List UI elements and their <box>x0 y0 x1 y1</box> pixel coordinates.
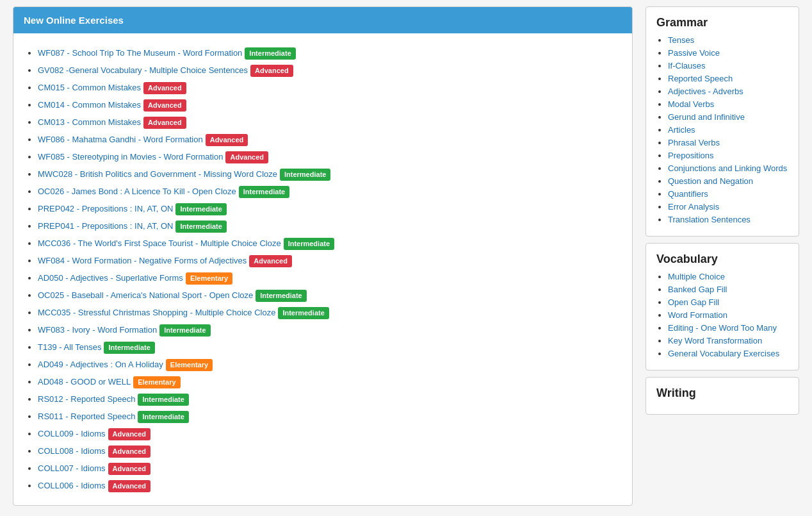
list-item: Tenses <box>668 35 788 45</box>
grammar-link[interactable]: Prepositions <box>668 151 714 160</box>
exercises-list: WF087 - School Trip To The Museum - Word… <box>26 46 626 492</box>
exercise-link[interactable]: OC026 - James Bond : A Licence To Kill -… <box>38 187 236 196</box>
writing-section: Writing <box>646 377 799 415</box>
vocabulary-link[interactable]: Editing - One Word Too Many <box>668 323 777 333</box>
level-badge: Advanced <box>143 99 186 112</box>
exercise-link[interactable]: COLL006 - Idioms <box>38 481 106 490</box>
grammar-list: TensesPassive VoiceIf-ClausesReported Sp… <box>656 35 788 224</box>
grammar-link[interactable]: Reported Speech <box>668 74 733 83</box>
sidebar: Grammar TensesPassive VoiceIf-ClausesRep… <box>646 6 799 506</box>
exercise-link[interactable]: PREP041 - Prepositions : IN, AT, ON <box>38 221 173 231</box>
exercise-link[interactable]: COLL008 - Idioms <box>38 446 106 456</box>
vocabulary-link[interactable]: Word Formation <box>668 310 727 320</box>
exercise-link[interactable]: CM013 - Common Mistakes <box>38 117 141 127</box>
exercise-link[interactable]: CM015 - Common Mistakes <box>38 83 141 92</box>
grammar-link[interactable]: Modal Verbs <box>668 99 714 109</box>
level-badge: Elementary <box>186 272 232 285</box>
list-item: OC026 - James Bond : A Licence To Kill -… <box>38 185 626 198</box>
exercise-link[interactable]: COLL007 - Idioms <box>38 463 106 473</box>
level-badge: Intermediate <box>280 169 330 181</box>
level-badge: Advanced <box>143 117 186 129</box>
list-item: Articles <box>668 124 788 135</box>
list-item: Reported Speech <box>668 73 788 83</box>
list-item: CM013 - Common MistakesAdvanced <box>38 115 626 129</box>
exercise-link[interactable]: MCC035 - Stressful Christmas Shopping - … <box>38 308 275 317</box>
list-item: If-Clauses <box>668 60 788 71</box>
level-badge: Intermediate <box>138 394 188 406</box>
vocabulary-list: Multiple ChoiceBanked Gap FillOpen Gap F… <box>656 271 788 358</box>
level-badge: Advanced <box>108 428 151 440</box>
grammar-section: Grammar TensesPassive VoiceIf-ClausesRep… <box>646 6 799 237</box>
grammar-link[interactable]: Question and Negation <box>668 176 753 186</box>
exercise-link[interactable]: WF084 - Word Formation - Negative Forms … <box>38 256 247 265</box>
grammar-title: Grammar <box>656 16 788 29</box>
list-item: Prepositions <box>668 150 788 160</box>
list-item: WF084 - Word Formation - Negative Forms … <box>38 254 626 267</box>
grammar-link[interactable]: If-Clauses <box>668 61 706 71</box>
vocabulary-link[interactable]: General Vocabulary Exercises <box>668 349 779 358</box>
exercise-link[interactable]: RS011 - Reported Speech <box>38 412 135 421</box>
level-badge: Intermediate <box>284 238 334 250</box>
grammar-link[interactable]: Translation Sentences <box>668 215 751 224</box>
grammar-link[interactable]: Adjectives - Adverbs <box>668 87 743 96</box>
grammar-link[interactable]: Tenses <box>668 35 694 45</box>
level-badge: Advanced <box>108 445 151 458</box>
exercise-link[interactable]: AD048 - GOOD or WELL <box>38 377 131 387</box>
grammar-link[interactable]: Articles <box>668 125 695 135</box>
list-item: WF083 - Ivory - Word FormationIntermedia… <box>38 323 626 337</box>
level-badge: Intermediate <box>175 203 226 215</box>
list-item: Editing - One Word Too Many <box>668 322 788 333</box>
list-item: MCC035 - Stressful Christmas Shopping - … <box>38 306 626 319</box>
grammar-link[interactable]: Passive Voice <box>668 48 720 58</box>
vocabulary-link[interactable]: Banked Gap Fill <box>668 285 727 294</box>
list-item: Error Analysis <box>668 201 788 212</box>
list-item: GV082 -General Vocabulary - Multiple Cho… <box>38 63 626 77</box>
exercise-link[interactable]: CM014 - Common Mistakes <box>38 100 141 110</box>
list-item: Conjunctions and Linking Words <box>668 163 788 173</box>
list-item: COLL007 - IdiomsAdvanced <box>38 462 626 475</box>
grammar-link[interactable]: Error Analysis <box>668 202 719 212</box>
list-item: General Vocabulary Exercises <box>668 348 788 358</box>
list-item: Word Formation <box>668 310 788 320</box>
grammar-link[interactable]: Gerund and Infinitive <box>668 112 745 122</box>
level-badge: Advanced <box>250 65 293 77</box>
list-item: Open Gap Fill <box>668 297 788 307</box>
exercise-link[interactable]: WF083 - Ivory - Word Formation <box>38 325 157 335</box>
grammar-link[interactable]: Quantifiers <box>668 189 708 199</box>
list-item: WF085 - Stereotyping in Movies - Word Fo… <box>38 150 626 163</box>
level-badge: Advanced <box>249 255 292 267</box>
exercise-link[interactable]: T139 - All Tenses <box>38 342 101 352</box>
exercise-link[interactable]: WF087 - School Trip To The Museum - Word… <box>38 48 242 58</box>
exercise-link[interactable]: PREP042 - Prepositions : IN, AT, ON <box>38 204 173 213</box>
writing-title: Writing <box>656 387 788 400</box>
exercises-body: WF087 - School Trip To The Museum - Word… <box>13 33 632 505</box>
vocabulary-link[interactable]: Multiple Choice <box>668 272 725 281</box>
level-badge: Advanced <box>206 134 248 146</box>
level-badge: Advanced <box>108 463 151 475</box>
exercise-link[interactable]: GV082 -General Vocabulary - Multiple Cho… <box>38 65 248 75</box>
exercise-link[interactable]: MCC036 - The World's First Space Tourist… <box>38 238 281 248</box>
list-item: WF087 - School Trip To The Museum - Word… <box>38 46 626 60</box>
vocabulary-link[interactable]: Open Gap Fill <box>668 297 719 307</box>
grammar-link[interactable]: Conjunctions and Linking Words <box>668 163 787 173</box>
exercise-link[interactable]: OC025 - Baseball - America's National Sp… <box>38 290 253 300</box>
list-item: PREP041 - Prepositions : IN, AT, ONInter… <box>38 219 626 233</box>
list-item: MCC036 - The World's First Space Tourist… <box>38 237 626 250</box>
vocabulary-title: Vocabulary <box>656 253 788 266</box>
vocabulary-link[interactable]: Key Word Transformation <box>668 336 762 345</box>
vocabulary-section: Vocabulary Multiple ChoiceBanked Gap Fil… <box>646 243 799 370</box>
level-badge: Intermediate <box>239 186 289 198</box>
grammar-link[interactable]: Phrasal Verbs <box>668 138 720 147</box>
exercises-header: New Online Exercises <box>13 7 632 33</box>
exercise-link[interactable]: WF086 - Mahatma Gandhi - Word Formation <box>38 135 203 144</box>
list-item: CM014 - Common MistakesAdvanced <box>38 98 626 112</box>
exercise-link[interactable]: WF085 - Stereotyping in Movies - Word Fo… <box>38 152 223 162</box>
level-badge: Intermediate <box>104 342 154 354</box>
exercise-link[interactable]: RS012 - Reported Speech <box>38 394 135 404</box>
exercise-link[interactable]: AD049 - Adjectives : On A Holiday <box>38 360 163 369</box>
exercise-link[interactable]: AD050 - Adjectives - Superlative Forms <box>38 273 183 283</box>
exercise-link[interactable]: COLL009 - Idioms <box>38 429 106 438</box>
list-item: Translation Sentences <box>668 214 788 224</box>
list-item: WF086 - Mahatma Gandhi - Word FormationA… <box>38 133 626 146</box>
exercise-link[interactable]: MWC028 - British Politics and Government… <box>38 169 277 179</box>
